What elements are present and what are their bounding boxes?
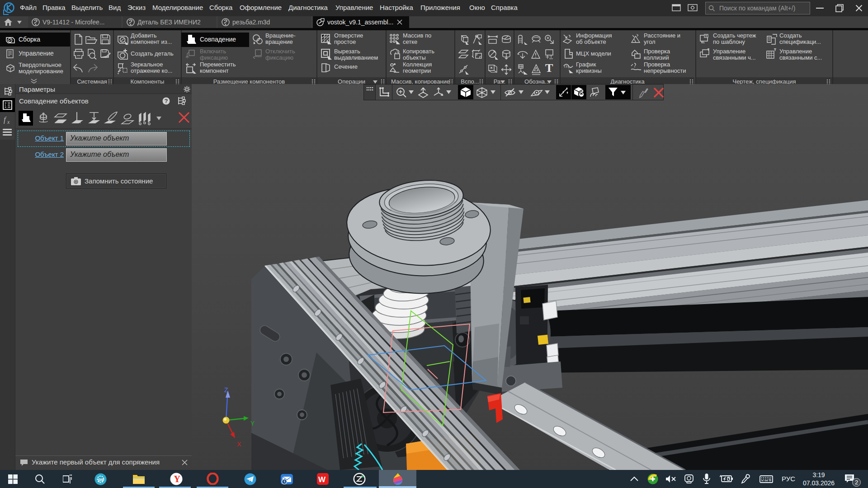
svg-text:?: ? <box>165 98 168 104</box>
svg-text:f: f <box>4 115 7 124</box>
svg-text:x: x <box>7 119 10 125</box>
svg-text:W: W <box>318 475 326 484</box>
svg-text:Z: Z <box>224 386 228 394</box>
svg-text:ps: ps <box>98 477 104 482</box>
svg-text:Y: Y <box>250 420 255 427</box>
svg-text:Y: Y <box>174 474 181 484</box>
svg-text:X: X <box>237 441 241 448</box>
